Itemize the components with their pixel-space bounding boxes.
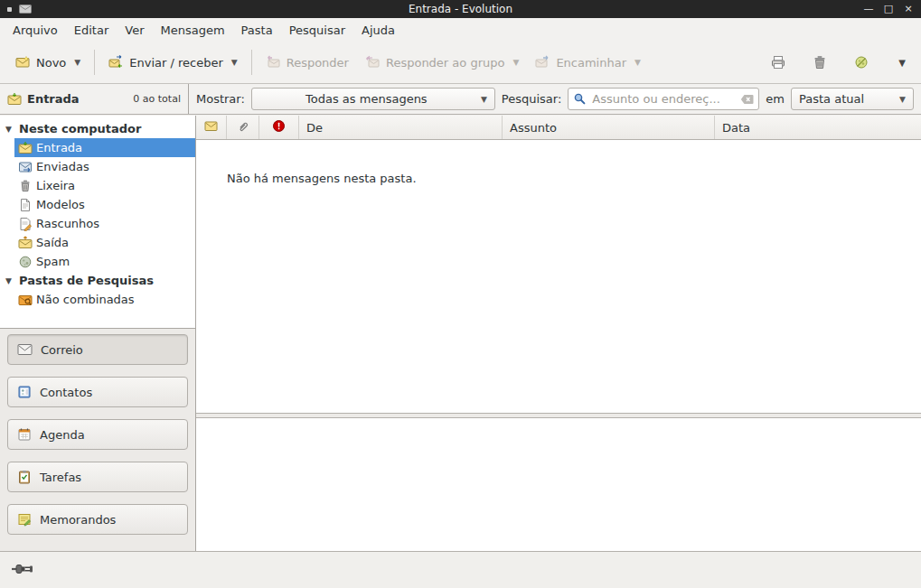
preview-pane (196, 418, 921, 551)
new-button-label: Novo (36, 56, 66, 70)
reply-group-button[interactable]: Responder ao grupo ▼ (357, 49, 527, 76)
print-button[interactable] (762, 47, 794, 78)
close-button[interactable]: × (901, 1, 916, 17)
chevron-down-icon: ▼ (481, 95, 487, 104)
switcher-contacts-button[interactable]: Contatos (7, 377, 188, 407)
folder-rascunhos[interactable]: Rascunhos (14, 214, 195, 233)
menu-editar[interactable]: Editar (67, 21, 117, 40)
toolbar: Novo ▼ Enviar / receber ▼ Responder Resp… (0, 42, 921, 83)
chevron-down-icon[interactable]: ▼ (231, 58, 238, 67)
empty-folder-text: Não há mensagens nesta pasta. (227, 172, 417, 185)
folder-modelos[interactable]: Modelos (14, 195, 195, 214)
spam-icon (18, 255, 33, 269)
search-input[interactable] (590, 91, 737, 107)
search-icon[interactable] (573, 92, 587, 106)
reply-button[interactable]: Responder (258, 49, 357, 76)
forward-button[interactable]: Encaminhar ▼ (527, 49, 649, 76)
message-status-icon (204, 120, 218, 135)
tree-group-label: Pastas de Pesquisas (19, 274, 154, 287)
new-mail-icon (15, 55, 30, 70)
show-filter-dropdown[interactable]: Todas as mensagens ▼ (251, 88, 495, 110)
switcher-memos-button[interactable]: Memorandos (7, 504, 188, 535)
menu-ver[interactable]: Ver (117, 21, 151, 40)
search-label: Pesquisar: (502, 92, 562, 106)
outbox-icon (18, 236, 33, 250)
switcher-tasks-button[interactable]: Tarefas (7, 462, 188, 492)
switcher-label: Tarefas (40, 471, 81, 484)
chevron-down-icon[interactable]: ▼ (74, 58, 80, 67)
chevron-down-icon: ▼ (899, 95, 906, 104)
new-button[interactable]: Novo ▼ (7, 49, 89, 76)
column-attachment[interactable] (227, 116, 259, 139)
menu-pesquisar[interactable]: Pesquisar (282, 21, 352, 40)
view-switcher: Correio Contatos Agenda (0, 329, 195, 551)
column-date[interactable]: Data (715, 116, 921, 139)
titlebar-left (0, 4, 63, 14)
search-scope-value: Pasta atual (799, 92, 892, 106)
search-scope-dropdown[interactable]: Pasta atual ▼ (791, 88, 914, 110)
folder-spam[interactable]: Spam (14, 252, 195, 271)
mail-icon (17, 343, 33, 356)
chevron-down-icon: ▼ (898, 58, 906, 68)
expander-icon[interactable]: ▼ (5, 125, 14, 134)
toolbar-separator (94, 50, 95, 75)
junk-icon (853, 54, 869, 70)
maximize-button[interactable]: □ (881, 1, 896, 17)
folder-tree: ▼ Neste computador Entrada Enviadas (0, 116, 195, 329)
junk-button[interactable] (845, 47, 878, 78)
delete-button[interactable] (804, 47, 836, 78)
folder-nao-combinadas[interactable]: Não combinadas (14, 290, 195, 309)
folder-label: Rascunhos (36, 217, 99, 230)
filter-controls: Mostrar: Todas as mensagens ▼ Pesquisar:… (189, 84, 921, 114)
send-receive-label: Enviar / receber (129, 56, 223, 70)
minimize-button[interactable]: — (861, 1, 876, 17)
document-icon (18, 198, 33, 212)
send-receive-icon (108, 55, 123, 70)
folder-label: Saída (36, 236, 69, 249)
window-controls: — □ × (858, 1, 921, 17)
content-area: ▼ Neste computador Entrada Enviadas (0, 116, 921, 551)
paperclip-icon (237, 120, 249, 135)
menu-ajuda[interactable]: Ajuda (354, 21, 402, 40)
chevron-down-icon[interactable]: ▼ (634, 58, 641, 67)
folder-enviadas[interactable]: Enviadas (14, 157, 195, 176)
folder-label: Spam (36, 255, 70, 268)
column-important[interactable] (259, 116, 299, 139)
app-icon (19, 4, 32, 14)
folder-label: Modelos (36, 198, 85, 211)
folder-label: Lixeira (36, 179, 75, 192)
forward-label: Encaminhar (556, 56, 626, 70)
switcher-label: Correio (41, 343, 83, 357)
switcher-mail-button[interactable]: Correio (7, 334, 188, 365)
menu-arquivo[interactable]: Arquivo (5, 21, 65, 40)
folder-message-count: 0 ao total (133, 93, 181, 105)
folder-entrada[interactable]: Entrada (14, 138, 195, 157)
folder-label: Entrada (36, 141, 82, 154)
reply-group-label: Responder ao grupo (386, 56, 505, 70)
folder-saida[interactable]: Saída (14, 233, 195, 252)
reply-label: Responder (287, 56, 349, 70)
tasks-icon (17, 470, 32, 484)
tree-group-computer[interactable]: ▼ Neste computador (0, 119, 195, 138)
menubar: Arquivo Editar Ver Mensagem Pasta Pesqui… (0, 18, 921, 42)
column-status[interactable] (196, 116, 227, 139)
folder-lixeira[interactable]: Lixeira (14, 176, 195, 195)
app-dot-icon (7, 7, 12, 12)
menu-mensagem[interactable]: Mensagem (154, 21, 232, 40)
chevron-down-icon[interactable]: ▼ (512, 58, 519, 67)
column-subject[interactable]: Assunto (503, 116, 715, 139)
menu-pasta[interactable]: Pasta (234, 21, 280, 40)
window-title: Entrada - Evolution (63, 3, 858, 15)
filterbar: Entrada 0 ao total Mostrar: Todas as men… (0, 83, 921, 115)
clear-search-icon[interactable] (740, 94, 754, 105)
column-from[interactable]: De (299, 116, 503, 139)
expander-icon[interactable]: ▼ (5, 276, 14, 285)
show-filter-value: Todas as mensagens (259, 92, 474, 106)
send-receive-button[interactable]: Enviar / receber ▼ (100, 49, 245, 76)
reply-icon (266, 55, 280, 70)
online-status-button[interactable] (11, 560, 42, 580)
switcher-calendar-button[interactable]: Agenda (7, 419, 188, 450)
toolbar-overflow-button[interactable]: ▼ (890, 49, 914, 76)
tree-group-search-folders[interactable]: ▼ Pastas de Pesquisas (0, 271, 195, 290)
switcher-label: Agenda (40, 428, 85, 442)
